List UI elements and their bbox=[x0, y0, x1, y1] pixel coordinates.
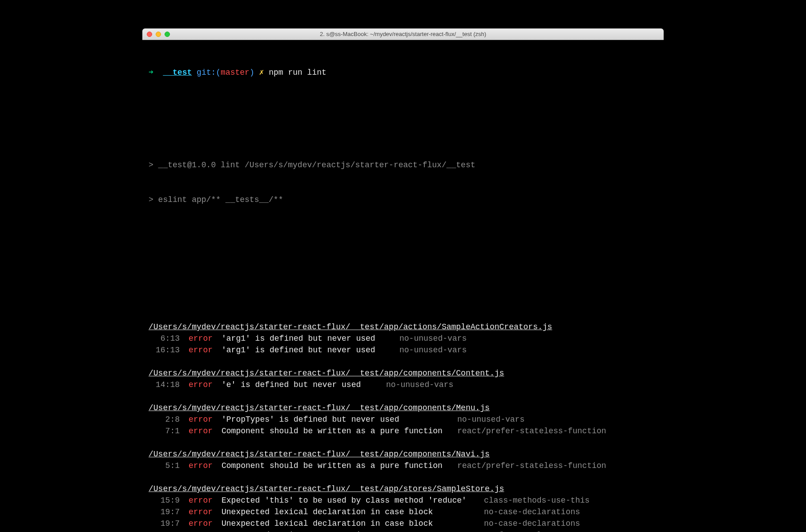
lint-issue: 24:17errorUnexpected string concatenatio… bbox=[149, 529, 657, 532]
lint-file-path: /Users/s/mydev/reactjs/starter-react-flu… bbox=[149, 483, 657, 495]
lint-rule: react/prefer-stateless-function bbox=[457, 460, 606, 472]
window-title: 2. s@ss-MacBook: ~/mydev/reactjs/starter… bbox=[142, 31, 664, 37]
lint-rule: no-case-declarations bbox=[484, 506, 580, 518]
lint-location: 14:18 bbox=[149, 379, 180, 391]
lint-issue: 5:1errorComponent should be written as a… bbox=[149, 460, 657, 472]
lint-rule: class-methods-use-this bbox=[484, 495, 590, 506]
lint-message: Unexpected string concatenation bbox=[222, 529, 475, 532]
prompt-dirty-icon: ✗ bbox=[259, 67, 264, 78]
lint-severity: error bbox=[189, 425, 215, 437]
lint-issue: 2:8error'PropTypes' is defined but never… bbox=[149, 414, 657, 425]
lint-severity: error bbox=[189, 414, 215, 425]
lint-issue: 7:1errorComponent should be written as a… bbox=[149, 425, 657, 437]
lint-location: 2:8 bbox=[149, 414, 180, 425]
npm-script-header-1: > __test@1.0.0 lint /Users/s/mydev/react… bbox=[149, 159, 657, 171]
lint-message: Component should be written as a pure fu… bbox=[222, 460, 448, 472]
terminal-body[interactable]: ➜ __test git:( master ) ✗ npm run lint >… bbox=[142, 40, 664, 532]
lint-rule: no-unused-vars bbox=[457, 414, 524, 425]
lint-severity: error bbox=[189, 495, 215, 506]
lint-issue: 6:13error'arg1' is defined but never use… bbox=[149, 333, 657, 344]
lint-issue: 19:7errorUnexpected lexical declaration … bbox=[149, 518, 657, 529]
lint-rule: no-unused-vars bbox=[399, 344, 467, 356]
lint-location: 5:1 bbox=[149, 460, 180, 472]
titlebar[interactable]: 2. s@ss-MacBook: ~/mydev/reactjs/starter… bbox=[142, 28, 664, 40]
prompt-dir: __test bbox=[163, 67, 192, 78]
lint-severity: error bbox=[189, 344, 215, 356]
lint-severity: error bbox=[189, 518, 215, 529]
lint-issue: 15:9errorExpected 'this' to be used by c… bbox=[149, 495, 657, 506]
lint-file-path: /Users/s/mydev/reactjs/starter-react-flu… bbox=[149, 402, 657, 414]
lint-rule: prefer-template bbox=[484, 529, 556, 532]
eslint-output: /Users/s/mydev/reactjs/starter-react-flu… bbox=[149, 321, 657, 532]
lint-severity: error bbox=[189, 333, 215, 344]
lint-severity: error bbox=[189, 506, 215, 518]
lint-file-path: /Users/s/mydev/reactjs/starter-react-flu… bbox=[149, 321, 657, 333]
prompt-line: ➜ __test git:( master ) ✗ npm run lint bbox=[149, 67, 657, 78]
prompt-command: npm run lint bbox=[269, 67, 326, 78]
minimize-icon[interactable] bbox=[156, 32, 161, 37]
lint-message: Unexpected lexical declaration in case b… bbox=[222, 518, 475, 529]
lint-severity: error bbox=[189, 460, 215, 472]
lint-file-path: /Users/s/mydev/reactjs/starter-react-flu… bbox=[149, 448, 657, 460]
lint-message: 'arg1' is defined but never used bbox=[222, 333, 391, 344]
lint-rule: react/prefer-stateless-function bbox=[457, 425, 606, 437]
lint-location: 24:17 bbox=[149, 529, 180, 532]
lint-severity: error bbox=[189, 529, 215, 532]
lint-location: 15:9 bbox=[149, 495, 180, 506]
lint-rule: no-unused-vars bbox=[399, 333, 467, 344]
lint-message: Component should be written as a pure fu… bbox=[222, 425, 448, 437]
zoom-icon[interactable] bbox=[165, 32, 170, 37]
terminal-window: 2. s@ss-MacBook: ~/mydev/reactjs/starter… bbox=[142, 28, 664, 532]
close-icon[interactable] bbox=[147, 32, 152, 37]
prompt-arrow-icon: ➜ bbox=[149, 67, 153, 78]
lint-issue: 19:7errorUnexpected lexical declaration … bbox=[149, 506, 657, 518]
lint-location: 16:13 bbox=[149, 344, 180, 356]
prompt-git-branch: master bbox=[221, 67, 250, 78]
lint-rule: no-case-declarations bbox=[484, 518, 580, 529]
lint-file-path: /Users/s/mydev/reactjs/starter-react-flu… bbox=[149, 367, 657, 379]
lint-message: Expected 'this' to be used by class meth… bbox=[222, 495, 475, 506]
lint-location: 6:13 bbox=[149, 333, 180, 344]
lint-message: 'arg1' is defined but never used bbox=[222, 344, 391, 356]
lint-message: Unexpected lexical declaration in case b… bbox=[222, 506, 475, 518]
lint-location: 7:1 bbox=[149, 425, 180, 437]
window-controls bbox=[147, 32, 170, 37]
lint-severity: error bbox=[189, 379, 215, 391]
prompt-git-label: git:( bbox=[197, 67, 221, 78]
lint-location: 19:7 bbox=[149, 518, 180, 529]
lint-message: 'e' is defined but never used bbox=[222, 379, 377, 391]
prompt-git-close: ) bbox=[250, 67, 254, 78]
lint-issue: 16:13error'arg1' is defined but never us… bbox=[149, 344, 657, 356]
lint-message: 'PropTypes' is defined but never used bbox=[222, 414, 448, 425]
lint-location: 19:7 bbox=[149, 506, 180, 518]
lint-issue: 14:18error'e' is defined but never usedn… bbox=[149, 379, 657, 391]
npm-script-header-2: > eslint app/** __tests__/** bbox=[149, 194, 657, 206]
lint-rule: no-unused-vars bbox=[386, 379, 453, 391]
